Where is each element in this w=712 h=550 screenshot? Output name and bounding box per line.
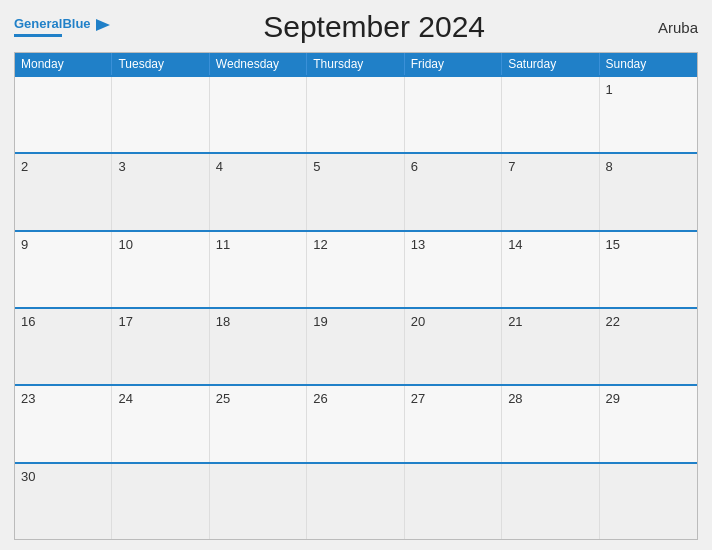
cal-cell-w2-wed: 4	[210, 154, 307, 229]
cal-cell-w3-tue: 10	[112, 232, 209, 307]
cal-cell-w5-tue: 24	[112, 386, 209, 461]
calendar-week-2: 2 3 4 5 6 7 8	[15, 152, 697, 229]
cal-cell-w4-sun: 22	[600, 309, 697, 384]
calendar-week-4: 16 17 18 19 20 21 22	[15, 307, 697, 384]
calendar-week-6: 30	[15, 462, 697, 539]
calendar-week-5: 23 24 25 26 27 28 29	[15, 384, 697, 461]
calendar-header: Monday Tuesday Wednesday Thursday Friday…	[15, 53, 697, 75]
cal-cell-w1-mon	[15, 77, 112, 152]
cal-cell-w1-fri	[405, 77, 502, 152]
cal-cell-w5-fri: 27	[405, 386, 502, 461]
header-thursday: Thursday	[307, 53, 404, 75]
cal-cell-w3-fri: 13	[405, 232, 502, 307]
cal-cell-w4-wed: 18	[210, 309, 307, 384]
calendar-week-3: 9 10 11 12 13 14 15	[15, 230, 697, 307]
cal-cell-w2-tue: 3	[112, 154, 209, 229]
cal-cell-w3-thu: 12	[307, 232, 404, 307]
cal-cell-w4-sat: 21	[502, 309, 599, 384]
logo-text: GeneralBlue	[14, 17, 110, 31]
page-header: GeneralBlue September 2024 Aruba	[14, 10, 698, 44]
cal-cell-w4-fri: 20	[405, 309, 502, 384]
svg-marker-0	[96, 19, 110, 31]
header-tuesday: Tuesday	[112, 53, 209, 75]
cal-cell-w6-thu	[307, 464, 404, 539]
logo-general: General	[14, 16, 62, 31]
cal-cell-w2-sat: 7	[502, 154, 599, 229]
cal-cell-w2-mon: 2	[15, 154, 112, 229]
calendar-grid: Monday Tuesday Wednesday Thursday Friday…	[14, 52, 698, 540]
header-friday: Friday	[405, 53, 502, 75]
header-saturday: Saturday	[502, 53, 599, 75]
cal-cell-w4-mon: 16	[15, 309, 112, 384]
cal-cell-w1-wed	[210, 77, 307, 152]
cal-cell-w2-fri: 6	[405, 154, 502, 229]
cal-cell-w5-wed: 25	[210, 386, 307, 461]
header-monday: Monday	[15, 53, 112, 75]
cal-cell-w4-thu: 19	[307, 309, 404, 384]
page-title: September 2024	[110, 10, 638, 44]
logo-flag-icon	[96, 19, 110, 31]
logo-bar	[14, 34, 62, 37]
cal-cell-w5-sat: 28	[502, 386, 599, 461]
cal-cell-w2-thu: 5	[307, 154, 404, 229]
logo-blue: Blue	[62, 16, 90, 31]
cal-cell-w2-sun: 8	[600, 154, 697, 229]
header-wednesday: Wednesday	[210, 53, 307, 75]
cal-cell-w6-fri	[405, 464, 502, 539]
cal-cell-w6-sat	[502, 464, 599, 539]
calendar-page: GeneralBlue September 2024 Aruba Monday …	[0, 0, 712, 550]
cal-cell-w1-tue	[112, 77, 209, 152]
cal-cell-w6-tue	[112, 464, 209, 539]
calendar-body: 1 2 3 4 5 6 7 8 9 10 11 12 13 14 15	[15, 75, 697, 539]
cal-cell-w5-thu: 26	[307, 386, 404, 461]
cal-cell-w6-sun	[600, 464, 697, 539]
cal-cell-w6-mon: 30	[15, 464, 112, 539]
cal-cell-w1-sun: 1	[600, 77, 697, 152]
cal-cell-w5-mon: 23	[15, 386, 112, 461]
country-label: Aruba	[638, 19, 698, 36]
calendar-week-1: 1	[15, 75, 697, 152]
header-sunday: Sunday	[600, 53, 697, 75]
cal-cell-w1-sat	[502, 77, 599, 152]
cal-cell-w3-wed: 11	[210, 232, 307, 307]
cal-cell-w5-sun: 29	[600, 386, 697, 461]
cal-cell-w1-thu	[307, 77, 404, 152]
cal-cell-w3-sun: 15	[600, 232, 697, 307]
cal-cell-w6-wed	[210, 464, 307, 539]
cal-cell-w3-sat: 14	[502, 232, 599, 307]
cal-cell-w3-mon: 9	[15, 232, 112, 307]
logo: GeneralBlue	[14, 17, 110, 36]
cal-cell-w4-tue: 17	[112, 309, 209, 384]
